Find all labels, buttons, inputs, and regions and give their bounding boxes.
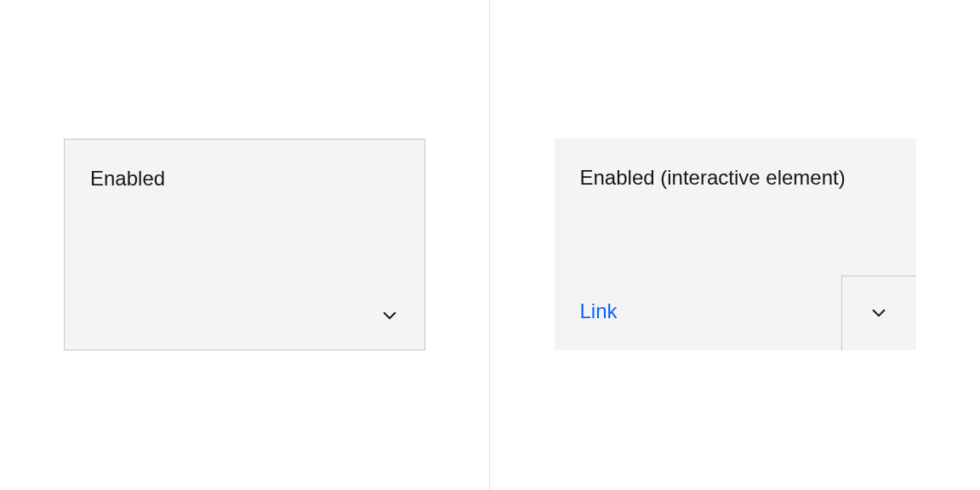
expandable-tile-interactive: Enabled (interactive element) Link <box>555 139 916 350</box>
expandable-tile-enabled[interactable]: Enabled <box>64 139 425 350</box>
expand-button[interactable] <box>841 276 916 350</box>
tile-title: Enabled <box>90 165 165 191</box>
chevron-down-icon <box>869 303 888 324</box>
tile-title: Enabled (interactive element) <box>580 164 846 191</box>
right-panel: Enabled (interactive element) Link <box>490 0 980 490</box>
left-panel: Enabled <box>0 0 490 490</box>
chevron-down-icon <box>380 305 399 324</box>
tile-link[interactable]: Link <box>580 299 618 323</box>
